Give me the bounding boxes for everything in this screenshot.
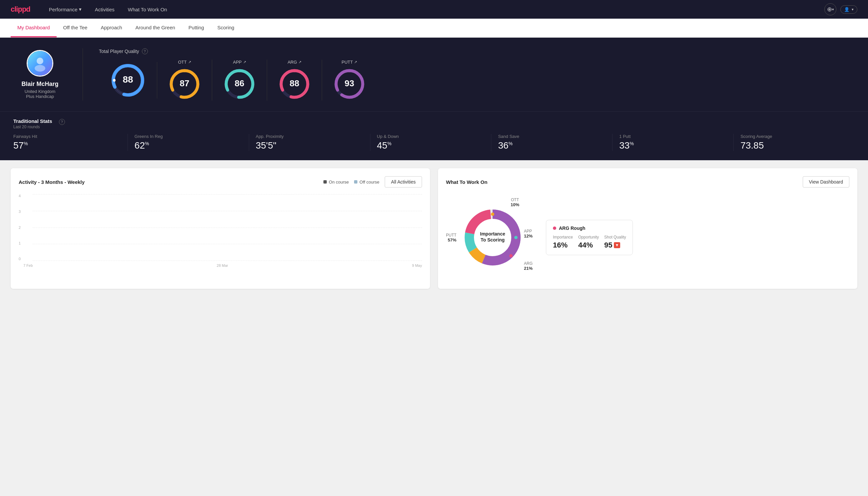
- add-button[interactable]: ⊕ ▾: [824, 3, 836, 15]
- svg-point-1: [35, 65, 45, 72]
- main-content: Activity - 3 Months - Weekly On course O…: [0, 160, 868, 297]
- bar-group: [94, 261, 122, 261]
- nav-activities[interactable]: Activities: [90, 4, 120, 14]
- quality-gauges: 88 OTT ↗ 87: [99, 60, 855, 100]
- stats-help-icon[interactable]: ?: [59, 119, 65, 125]
- metric-opportunity: Opportunity 44%: [578, 235, 599, 249]
- help-icon[interactable]: ?: [142, 48, 148, 54]
- app-label: APP: [233, 60, 241, 65]
- gauge-app: APP ↗ 86: [212, 60, 267, 100]
- nav-right: ⊕ ▾ 👤 ▾: [824, 3, 857, 15]
- tab-approach[interactable]: Approach: [94, 19, 129, 37]
- stat-value: 73.85: [740, 140, 848, 151]
- logo: clippd: [11, 5, 30, 14]
- tab-off-the-tee[interactable]: Off the Tee: [57, 19, 94, 37]
- putt-arrow: ↗: [354, 60, 357, 64]
- svg-point-9: [183, 69, 186, 72]
- stat-value: 57%: [13, 140, 121, 151]
- stat-value: 33%: [619, 140, 727, 151]
- svg-point-0: [37, 58, 43, 64]
- svg-point-30: [509, 254, 512, 258]
- donut-chart-svg: Importance To Scoring: [463, 207, 523, 267]
- avatar-image: [28, 51, 52, 76]
- stat-value: 35'5": [256, 140, 363, 151]
- user-menu-button[interactable]: 👤 ▾: [840, 5, 857, 14]
- chart-legend: On course Off course: [323, 180, 379, 185]
- trend-down-icon: ▼: [614, 242, 620, 248]
- activity-chart-title: Activity - 3 Months - Weekly: [19, 179, 84, 185]
- tab-scoring[interactable]: Scoring: [211, 19, 241, 37]
- donut-label-ott: OTT 10%: [510, 198, 519, 207]
- stats-section: Traditional Stats Last 20 rounds ? Fairw…: [0, 111, 868, 160]
- legend-dot-offcourse: [354, 180, 358, 184]
- svg-point-13: [238, 69, 241, 72]
- info-metrics: Importance 16% Opportunity 44% Shot Qual…: [553, 235, 626, 249]
- card-header: Activity - 3 Months - Weekly On course O…: [19, 176, 422, 188]
- arg-arrow: ↗: [298, 60, 301, 64]
- x-label: 9 May: [412, 263, 422, 267]
- info-card-title: ARG Rough: [559, 226, 585, 231]
- donut-label-putt: PUTT 57%: [446, 233, 456, 243]
- x-label: 7 Feb: [23, 263, 33, 267]
- quality-header: Total Player Quality ?: [99, 48, 855, 54]
- quality-title: Total Player Quality: [99, 49, 139, 54]
- view-dashboard-button[interactable]: View Dashboard: [803, 176, 849, 188]
- donut-section: PUTT 57% OTT 10% APP 12% ARG 21%: [446, 194, 849, 281]
- nav-performance[interactable]: Performance ▾: [44, 4, 87, 14]
- stat-value: 62%: [135, 140, 242, 151]
- chevron-down-icon: ▾: [79, 6, 82, 12]
- y-axis: 4 3 2 1 0: [19, 194, 23, 267]
- player-country: United Kingdom: [25, 89, 56, 94]
- all-activities-button[interactable]: All Activities: [385, 176, 422, 188]
- player-handicap: Plus Handicap: [26, 94, 54, 99]
- svg-point-17: [293, 69, 296, 72]
- stats-title: Traditional Stats: [13, 118, 52, 124]
- info-card-header: ARG Rough: [553, 226, 626, 231]
- svg-point-21: [348, 69, 351, 72]
- player-name: Blair McHarg: [21, 81, 58, 88]
- gauge-overall: 88: [99, 62, 157, 98]
- stat-label: Greens In Reg: [135, 134, 242, 139]
- player-info: Blair McHarg United Kingdom Plus Handica…: [13, 50, 67, 99]
- metric-shot-quality: Shot Quality 95 ▼: [604, 235, 626, 249]
- activity-chart-card: Activity - 3 Months - Weekly On course O…: [11, 168, 430, 289]
- tab-my-dashboard[interactable]: My Dashboard: [11, 19, 57, 37]
- app-arrow: ↗: [243, 60, 246, 64]
- tab-putting[interactable]: Putting: [182, 19, 211, 37]
- gauge-putt: PUTT ↗ 93: [322, 60, 377, 100]
- ott-label: OTT: [178, 60, 187, 65]
- avatar: [27, 50, 53, 77]
- svg-text:87: 87: [180, 78, 190, 88]
- nav-what-to-work-on[interactable]: What To Work On: [123, 4, 173, 14]
- stat-greens: Greens In Reg 62%: [128, 134, 249, 151]
- metric-label: Importance: [553, 235, 573, 239]
- stat-scoring: Scoring Average 73.85: [734, 134, 855, 151]
- metric-value: 16%: [553, 241, 573, 249]
- svg-text:Importance: Importance: [480, 231, 505, 236]
- metric-label: Shot Quality: [604, 235, 626, 239]
- nav-links: Performance ▾ Activities What To Work On: [44, 4, 824, 14]
- x-label: 28 Mar: [217, 263, 228, 267]
- legend-off-course: Off course: [354, 180, 379, 185]
- ott-arrow: ↗: [188, 60, 191, 64]
- bar-group: [332, 261, 361, 261]
- quality-section: Total Player Quality ? 88: [99, 48, 855, 100]
- stat-label: Scoring Average: [740, 134, 848, 139]
- legend-dot-oncourse: [323, 180, 327, 184]
- top-nav: clippd Performance ▾ Activities What To …: [0, 0, 868, 19]
- what-to-work-on-card: What To Work On View Dashboard PUTT 57% …: [438, 168, 857, 289]
- svg-text:88: 88: [123, 74, 133, 84]
- svg-point-29: [514, 236, 518, 239]
- svg-text:86: 86: [235, 78, 244, 88]
- tab-around-the-green[interactable]: Around the Green: [129, 19, 182, 37]
- stat-label: 1 Putt: [619, 134, 727, 139]
- arg-label: ARG: [287, 60, 297, 65]
- putt-label: PUTT: [342, 60, 353, 65]
- svg-text:To Scoring: To Scoring: [480, 237, 505, 243]
- legend-on-course: On course: [323, 180, 349, 185]
- bars-container: [33, 194, 422, 261]
- stat-label: Up & Down: [377, 134, 485, 139]
- svg-point-28: [491, 213, 494, 216]
- chevron-down-icon: ▾: [852, 7, 854, 12]
- svg-text:93: 93: [345, 78, 354, 88]
